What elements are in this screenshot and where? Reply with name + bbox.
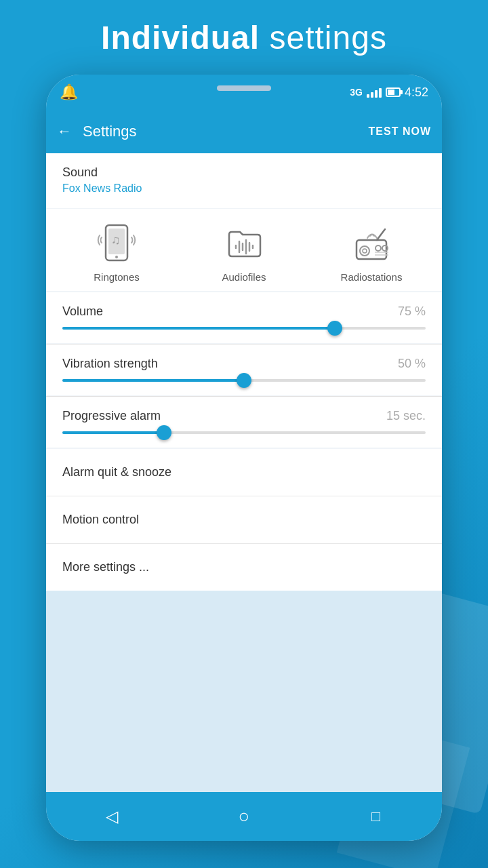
status-time: 4:52 — [405, 85, 428, 100]
ringtones-label: Ringtones — [94, 271, 140, 283]
sound-section: Sound Fox News Radio — [46, 153, 442, 208]
phone-frame: 🔔 3G 4:52 ← Settings TEST NOW Sound — [46, 75, 442, 841]
motion-control-item[interactable]: Motion control — [46, 496, 442, 544]
svg-point-12 — [360, 246, 369, 256]
ringtones-icon: ♫ — [94, 220, 140, 266]
progressive-alarm-label: Progressive alarm — [62, 409, 161, 423]
alarm-quit-snooze-label: Alarm quit & snooze — [62, 465, 171, 479]
vibration-thumb[interactable] — [237, 373, 251, 388]
vibration-section: Vibration strength 50 % — [46, 344, 442, 395]
progressive-alarm-thumb[interactable] — [157, 425, 171, 440]
svg-point-2 — [115, 256, 118, 258]
nav-back-button[interactable]: ◁ — [92, 796, 132, 837]
svg-point-14 — [375, 245, 381, 251]
radiostations-label: Radiostations — [341, 271, 403, 283]
svg-line-11 — [377, 229, 385, 240]
vibration-label: Vibration strength — [62, 357, 158, 371]
signal-3g-label: 3G — [350, 87, 363, 98]
audiofiles-icon — [221, 220, 267, 266]
more-settings-item[interactable]: More settings ... — [46, 544, 442, 591]
status-bar: 🔔 3G 4:52 — [46, 75, 442, 110]
sound-label: Sound — [62, 165, 426, 180]
alarm-quit-snooze-item[interactable]: Alarm quit & snooze — [46, 449, 442, 496]
nav-recent-button[interactable]: □ — [356, 796, 396, 837]
vibration-header: Vibration strength 50 % — [62, 357, 426, 371]
volume-label: Volume — [62, 304, 103, 319]
motion-control-label: Motion control — [62, 513, 139, 526]
ringtone-row: ♫ Ringtones — [46, 209, 442, 291]
ringtones-item[interactable]: ♫ Ringtones — [76, 220, 157, 283]
radiostations-item[interactable]: Radiostations — [331, 220, 412, 283]
svg-point-13 — [363, 249, 367, 253]
volume-header: Volume 75 % — [62, 304, 426, 319]
progressive-alarm-track[interactable] — [62, 431, 426, 434]
volume-thumb[interactable] — [327, 321, 342, 336]
app-bar-title: Settings — [83, 123, 137, 140]
test-now-button[interactable]: TEST NOW — [369, 125, 431, 138]
audiofiles-label: Audiofiles — [222, 271, 266, 283]
svg-text:♫: ♫ — [111, 233, 121, 247]
volume-value: 75 % — [398, 304, 426, 319]
nav-back-icon: ◁ — [106, 807, 118, 826]
volume-section: Volume 75 % — [46, 292, 442, 343]
bell-icon: 🔔 — [60, 83, 78, 100]
progressive-alarm-header: Progressive alarm 15 sec. — [62, 409, 426, 423]
more-settings-label: More settings ... — [62, 560, 149, 574]
volume-fill — [62, 327, 335, 330]
status-left: 🔔 — [60, 83, 78, 101]
vibration-track[interactable] — [62, 379, 426, 382]
status-right: 3G 4:52 — [350, 85, 428, 100]
signal-bars-icon — [367, 87, 382, 98]
progressive-alarm-section: Progressive alarm 15 sec. — [46, 397, 442, 448]
page-title: Individual settings — [0, 19, 488, 56]
vibration-fill — [62, 379, 244, 382]
app-bar-left: ← Settings — [57, 123, 137, 140]
content-area: Sound Fox News Radio ♫ — [46, 153, 442, 591]
progressive-alarm-value: 15 sec. — [386, 409, 426, 423]
progressive-alarm-fill — [62, 431, 164, 434]
radiostations-icon — [348, 220, 394, 266]
vibration-value: 50 % — [398, 357, 426, 371]
svg-rect-10 — [357, 240, 386, 259]
volume-track[interactable] — [62, 327, 426, 330]
app-bar: ← Settings TEST NOW — [46, 110, 442, 153]
sound-value: Fox News Radio — [62, 182, 426, 195]
nav-recent-icon: □ — [371, 808, 380, 825]
back-button[interactable]: ← — [57, 123, 72, 140]
nav-home-icon: ○ — [239, 806, 250, 827]
nav-home-button[interactable]: ○ — [224, 796, 264, 837]
phone-notch — [217, 85, 271, 91]
battery-icon — [386, 87, 401, 97]
audiofiles-item[interactable]: Audiofiles — [203, 220, 285, 283]
nav-bar: ◁ ○ □ — [46, 792, 442, 841]
